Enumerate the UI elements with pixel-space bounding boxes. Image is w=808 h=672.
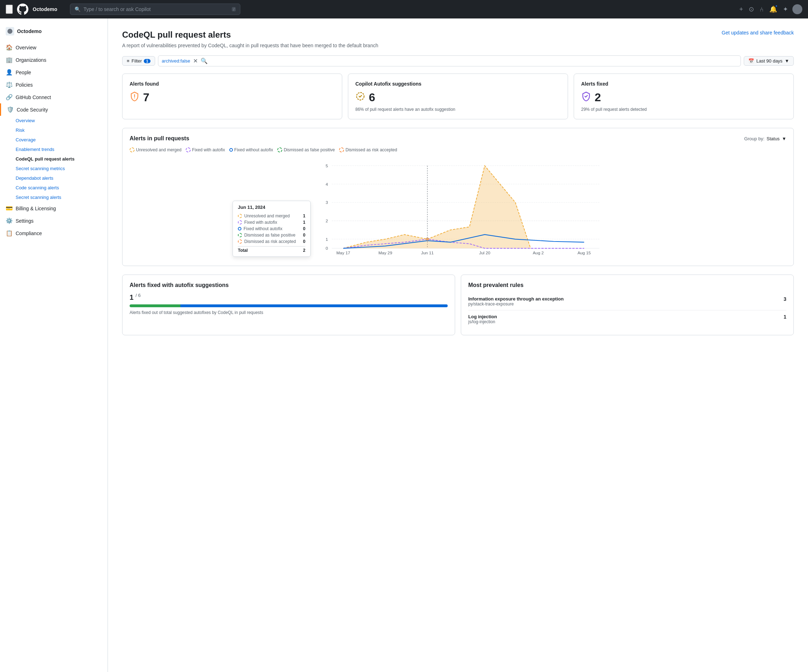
overview-icon: 🏠 <box>6 44 13 51</box>
svg-text:4: 4 <box>326 182 328 187</box>
create-button[interactable]: + <box>738 4 745 15</box>
autofix-title: Copilot Autofix suggestions <box>356 81 561 87</box>
search-icon: 🔍 <box>75 7 80 12</box>
rule-name-1: Log injection <box>468 314 497 319</box>
sidebar-item-overview[interactable]: 🏠 Overview <box>0 41 108 53</box>
filter-input[interactable]: archived:false ✕ 🔍 <box>158 55 741 67</box>
svg-text:Jul 20: Jul 20 <box>479 251 491 256</box>
sidebar-org[interactable]: Octodemo <box>0 24 108 41</box>
code-security-icon: 🛡️ <box>7 106 14 113</box>
rule-id-1: js/log-injection <box>468 319 497 324</box>
svg-text:0: 0 <box>326 246 328 251</box>
date-label: Last 90 days <box>756 58 783 64</box>
rule-id-0: py/stack-trace-exposure <box>468 301 564 306</box>
alerts-fixed-card: Alerts fixed 2 29% of pull request alert… <box>574 74 794 119</box>
legend-unresolved: Unresolved and merged <box>130 147 181 152</box>
legend-fixed-autofix: Fixed with autofix <box>186 147 225 152</box>
billing-icon: 💳 <box>6 205 13 212</box>
people-icon: 👤 <box>6 69 13 76</box>
org-name: Octodemo <box>33 7 57 12</box>
pullrequests-button[interactable]: ⑃ <box>758 4 765 15</box>
autofix-section-title: Alerts fixed with autofix suggestions <box>130 282 447 288</box>
alerts-fixed-title: Alerts fixed <box>581 81 786 87</box>
autofix-progress-blue <box>180 304 447 307</box>
search-bar[interactable]: 🔍 Type / to search or ask Copilot / <box>70 3 240 15</box>
sidebar-sub-code-scanning[interactable]: Code scanning alerts <box>0 183 108 192</box>
hamburger-button[interactable]: ☰ <box>6 5 13 14</box>
sidebar-sub-risk[interactable]: Risk <box>0 125 108 135</box>
autofix-icon <box>356 91 365 104</box>
sidebar-item-code-security[interactable]: 🛡️ Code Security <box>0 104 108 116</box>
alerts-fixed-desc: 29% of pull request alerts detected <box>581 107 786 112</box>
sidebar-item-organizations[interactable]: 🏢 Organizations <box>0 53 108 66</box>
sidebar-item-github-connect-label: GitHub Connect <box>16 94 51 100</box>
notification-dot <box>775 5 778 7</box>
sidebar-sub-enablement[interactable]: Enablement trends <box>0 145 108 154</box>
group-by-chevron-icon: ▼ <box>782 136 786 141</box>
filter-clear-button[interactable]: ✕ <box>193 57 198 64</box>
sidebar: Octodemo 🏠 Overview 🏢 Organizations 👤 Pe… <box>0 18 108 672</box>
sidebar-item-settings[interactable]: ⚙️ Settings <box>0 214 108 227</box>
autofix-ratio: 1 / 6 <box>130 293 447 301</box>
legend-false-positive: Dismissed as false positive <box>277 147 335 152</box>
sidebar-sub-secret-metrics[interactable]: Secret scanning metrics <box>0 164 108 173</box>
chart-header: Alerts in pull requests Group by: Status… <box>130 135 786 142</box>
main-content: CodeQL pull request alerts Get updates a… <box>108 18 808 672</box>
rule-item-1: Log injection js/log-injection 1 <box>468 311 786 328</box>
policies-icon: ⚖️ <box>6 81 13 88</box>
github-connect-icon: 🔗 <box>6 94 13 100</box>
svg-text:Aug 2: Aug 2 <box>533 251 544 256</box>
shield-alert-icon <box>130 91 140 104</box>
autofix-progress-bar <box>130 304 447 307</box>
code-security-subnav: Overview Risk Coverage Enablement trends… <box>0 116 108 202</box>
group-by-button[interactable]: Group by: Status ▼ <box>744 136 786 141</box>
sidebar-item-compliance[interactable]: 📋 Compliance <box>0 227 108 239</box>
chart-section: Alerts in pull requests Group by: Status… <box>122 128 794 266</box>
alerts-found-value: 7 <box>130 91 335 104</box>
filter-button[interactable]: ≡ Filter 1 <box>122 56 155 66</box>
svg-marker-23 <box>343 166 531 249</box>
user-avatar[interactable] <box>792 4 802 14</box>
svg-point-2 <box>134 98 135 99</box>
autofix-section: Alerts fixed with autofix suggestions 1 … <box>122 274 455 335</box>
rule-count-1: 1 <box>783 314 786 320</box>
sidebar-item-billing[interactable]: 💳 Billing & Licensing <box>0 202 108 214</box>
sidebar-item-billing-label: Billing & Licensing <box>16 206 56 211</box>
sidebar-sub-secret-scanning[interactable]: Secret scanning alerts <box>0 192 108 202</box>
sidebar-sub-coverage[interactable]: Coverage <box>0 135 108 145</box>
sidebar-sub-dependabot[interactable]: Dependabot alerts <box>0 173 108 183</box>
autofix-desc: 86% of pull request alerts have an autof… <box>356 107 561 112</box>
filter-bar: ≡ Filter 1 archived:false ✕ 🔍 📅 Last 90 … <box>122 55 794 67</box>
date-filter-button[interactable]: 📅 Last 90 days ▼ <box>744 56 794 66</box>
main-layout: Octodemo 🏠 Overview 🏢 Organizations 👤 Pe… <box>0 18 808 672</box>
sidebar-item-people[interactable]: 👤 People <box>0 66 108 79</box>
stat-cards: Alerts found 7 Copilot Autofix suggestio… <box>122 74 794 119</box>
sidebar-item-github-connect[interactable]: 🔗 GitHub Connect <box>0 91 108 104</box>
page-subtitle: A report of vulnerabilities prevented by… <box>122 43 794 48</box>
rule-count-0: 3 <box>783 296 786 302</box>
legend-risk-accepted: Dismissed as risk accepted <box>339 147 397 152</box>
search-input[interactable]: Type / to search or ask Copilot <box>83 7 229 12</box>
sidebar-item-policies[interactable]: ⚖️ Policies <box>0 79 108 91</box>
svg-text:Aug 15: Aug 15 <box>578 251 591 256</box>
calendar-icon: 📅 <box>748 58 754 64</box>
sidebar-sub-overview[interactable]: Overview <box>0 116 108 125</box>
copilot-button[interactable]: ✦ <box>781 4 790 15</box>
filter-search-button[interactable]: 🔍 <box>200 57 208 64</box>
sidebar-sub-codeql[interactable]: CodeQL pull request alerts <box>0 154 108 164</box>
filter-value: archived:false <box>162 58 190 64</box>
sidebar-item-settings-label: Settings <box>16 218 34 224</box>
filter-icon: ≡ <box>127 58 130 64</box>
sidebar-item-people-label: People <box>16 70 31 75</box>
issues-button[interactable]: ⊙ <box>747 4 755 15</box>
inbox-button[interactable]: 🔔 <box>768 4 778 15</box>
svg-text:5: 5 <box>326 164 328 168</box>
feedback-link[interactable]: Get updates and share feedback <box>722 30 794 35</box>
alerts-fixed-value: 2 <box>581 91 786 104</box>
date-chevron-icon: ▼ <box>785 58 789 64</box>
legend-fixed-no-autofix: Fixed without autofix <box>229 147 273 152</box>
compliance-icon: 📋 <box>6 230 13 237</box>
rules-section: Most prevalent rules Information exposur… <box>461 274 794 335</box>
sidebar-item-compliance-label: Compliance <box>16 231 42 236</box>
sidebar-item-overview-label: Overview <box>16 45 36 50</box>
